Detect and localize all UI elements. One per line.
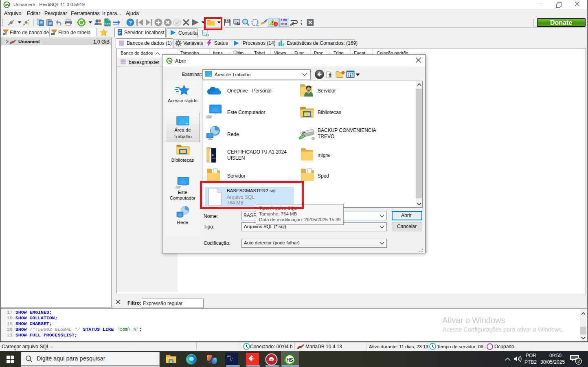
svg-text:HS: HS [5,4,9,7]
svg-text:HS: HS [286,357,293,363]
svg-text:CSV: CSV [105,22,110,25]
svg-text:2: 2 [577,359,580,364]
svg-text:HS: HS [167,59,171,62]
svg-text:?: ? [129,20,132,26]
